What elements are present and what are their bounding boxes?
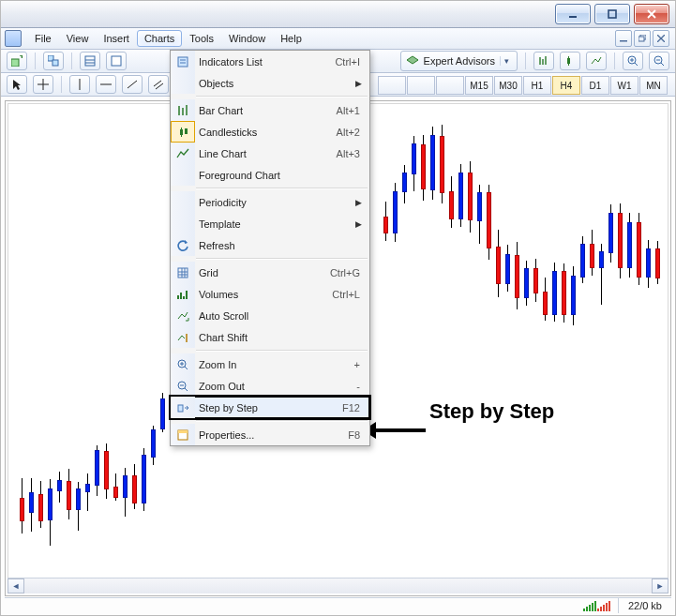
- menu-item-zoom-out[interactable]: Zoom Out-: [171, 375, 369, 397]
- menu-item-indicators-list[interactable]: Indicators ListCtrl+I: [171, 51, 369, 72]
- menu-item-periodicity[interactable]: Periodicity▶: [171, 191, 369, 213]
- profiles-button[interactable]: [43, 52, 64, 70]
- windows-icon: [48, 55, 59, 67]
- indicators-icon: [171, 51, 195, 72]
- charts-dropdown: Indicators ListCtrl+IObjects▶Bar ChartAl…: [170, 50, 370, 446]
- menu-window[interactable]: Window: [221, 30, 273, 47]
- menu-item-refresh[interactable]: Refresh: [171, 234, 369, 256]
- submenu-arrow-icon: ▶: [355, 219, 362, 229]
- maximize-icon: [608, 9, 617, 19]
- horizontal-scrollbar[interactable]: ◄ ►: [8, 578, 668, 593]
- menu-item-label: Periodicity: [199, 197, 247, 208]
- svg-rect-13: [178, 57, 188, 67]
- close-icon: [647, 9, 656, 19]
- tf-d1[interactable]: D1: [581, 76, 609, 95]
- menu-item-properties[interactable]: Properties...F8: [171, 424, 369, 445]
- svg-rect-10: [567, 58, 570, 64]
- menu-item-candlesticks[interactable]: CandlesticksAlt+2: [171, 121, 369, 143]
- vertical-line-tool[interactable]: [69, 75, 90, 94]
- mdi-restore[interactable]: [634, 30, 651, 47]
- menu-item-step-by-step[interactable]: Step by StepF12: [171, 397, 369, 418]
- crosshair-icon: [38, 79, 49, 90]
- blank-icon: [171, 164, 195, 186]
- menu-separator: [196, 350, 368, 352]
- menu-file[interactable]: File: [27, 30, 59, 47]
- zoom-in-button[interactable]: [623, 52, 643, 70]
- connection-signal-icon: [583, 600, 610, 611]
- svg-rect-8: [85, 56, 95, 66]
- menu-insert[interactable]: Insert: [96, 30, 137, 47]
- volumes-icon: [171, 283, 195, 305]
- tf-m5[interactable]: [407, 76, 435, 95]
- menu-charts[interactable]: Charts: [137, 30, 182, 47]
- tf-m15[interactable]: M15: [465, 76, 493, 95]
- menu-item-auto-scroll[interactable]: Auto Scroll: [171, 305, 369, 326]
- separator: [35, 53, 36, 69]
- menu-item-bar-chart[interactable]: Bar ChartAlt+1: [171, 99, 369, 121]
- close-button[interactable]: [634, 4, 669, 24]
- menu-item-chart-shift[interactable]: Chart Shift: [171, 326, 369, 348]
- zoom-out-button[interactable]: [649, 52, 669, 70]
- cursor-tool[interactable]: [7, 75, 27, 94]
- menu-help[interactable]: Help: [273, 30, 309, 47]
- blank-icon: [171, 191, 195, 213]
- menu-item-objects[interactable]: Objects▶: [171, 72, 369, 94]
- trendline-tool[interactable]: [122, 75, 143, 94]
- menu-item-grid[interactable]: GridCtrl+G: [171, 262, 369, 283]
- svg-rect-4: [638, 37, 644, 41]
- refresh-icon: [171, 234, 195, 256]
- horizontal-line-tool[interactable]: [96, 75, 116, 94]
- menu-item-foreground-chart[interactable]: Foreground Chart: [171, 164, 369, 186]
- bar-chart-icon: [538, 55, 549, 67]
- line-chart-icon: [171, 143, 195, 164]
- new-chart-button[interactable]: [7, 52, 27, 70]
- mdi-minimize[interactable]: [615, 30, 632, 47]
- bar-chart-type[interactable]: [533, 52, 554, 70]
- channel-tool[interactable]: [148, 75, 169, 94]
- svg-rect-7: [53, 60, 58, 66]
- line-chart-type[interactable]: [586, 52, 607, 70]
- tf-w1[interactable]: W1: [610, 76, 638, 95]
- tf-m30[interactable]: M30: [494, 76, 522, 95]
- tf-mn[interactable]: MN: [639, 76, 668, 95]
- tf-h4[interactable]: H4: [552, 76, 580, 95]
- menubar: File View Insert Charts Tools Window Hel…: [1, 28, 675, 50]
- minimize-button[interactable]: [555, 4, 591, 24]
- crosshair-tool[interactable]: [33, 75, 53, 94]
- zoom-out-icon: [653, 55, 665, 67]
- menu-tools[interactable]: Tools: [182, 30, 221, 47]
- scroll-right-button[interactable]: ►: [652, 578, 668, 593]
- menu-shortcut: Alt+1: [337, 105, 360, 116]
- market-watch-button[interactable]: [80, 52, 100, 70]
- svg-rect-2: [620, 40, 627, 42]
- tf-h1[interactable]: H1: [523, 76, 551, 95]
- candle-chart-type[interactable]: [560, 52, 580, 70]
- menu-item-line-chart[interactable]: Line ChartAlt+3: [171, 143, 369, 164]
- data-window-button[interactable]: [106, 52, 127, 70]
- menu-separator: [196, 420, 368, 422]
- zoom-out-icon: [171, 375, 195, 397]
- separator: [614, 53, 615, 69]
- status-bar: 22/0 kb: [5, 597, 671, 613]
- bar-chart-icon: [171, 99, 195, 121]
- cursor-icon: [12, 79, 22, 90]
- blank-icon: [171, 72, 195, 94]
- tf-m15b[interactable]: [436, 76, 464, 95]
- maximize-button[interactable]: [594, 4, 630, 24]
- menu-item-label: Line Chart: [199, 148, 247, 159]
- menu-item-volumes[interactable]: VolumesCtrl+L: [171, 283, 369, 305]
- tf-m1[interactable]: [378, 76, 406, 95]
- expert-advisors-pill[interactable]: Expert Advisors ▾: [400, 51, 518, 71]
- menu-item-zoom-in[interactable]: Zoom In+: [171, 353, 369, 375]
- svg-rect-9: [112, 56, 121, 66]
- mdi-close[interactable]: [653, 30, 669, 47]
- menu-view[interactable]: View: [59, 30, 97, 47]
- menu-shortcut: Alt+3: [337, 148, 360, 159]
- menu-shortcut: +: [354, 359, 360, 370]
- menu-item-label: Candlesticks: [199, 127, 257, 138]
- list-icon: [84, 55, 96, 67]
- menu-shortcut: Ctrl+L: [332, 289, 360, 300]
- scroll-left-button[interactable]: ◄: [8, 578, 24, 593]
- zoom-in-icon: [171, 353, 195, 375]
- menu-item-template[interactable]: Template▶: [171, 213, 369, 234]
